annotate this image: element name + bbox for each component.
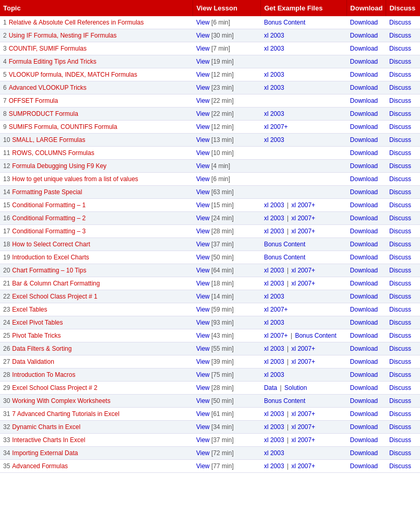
discuss-link[interactable]: Discuss <box>389 397 411 405</box>
topic-link[interactable]: Pivot Table Tricks <box>12 332 61 339</box>
bonus-content-link[interactable]: Bonus Content <box>264 397 305 405</box>
topic-link[interactable]: SUMPRODUCT Formula <box>9 110 78 117</box>
bonus-content-link[interactable]: Bonus Content <box>264 19 305 26</box>
download-link[interactable]: Download <box>350 123 378 130</box>
file-link[interactable]: xl 2007+ <box>291 436 315 444</box>
topic-link[interactable]: Formatting Paste Special <box>12 188 82 196</box>
file-link[interactable]: xl 2007+ <box>291 267 315 274</box>
download-link[interactable]: Download <box>350 436 378 444</box>
discuss-link[interactable]: Discuss <box>389 358 411 365</box>
topic-link[interactable]: SMALL, LARGE Formulas <box>12 136 85 144</box>
view-link[interactable]: View <box>196 71 210 78</box>
file-link[interactable]: xl 2003 <box>264 84 284 91</box>
download-link[interactable]: Download <box>350 84 378 91</box>
file-link[interactable]: Data <box>264 384 277 391</box>
discuss-link[interactable]: Discuss <box>389 228 411 235</box>
view-link[interactable]: View <box>196 241 210 248</box>
topic-link[interactable]: COUNTIF, SUMIF Formulas <box>9 45 87 52</box>
discuss-link[interactable]: Discuss <box>389 32 411 39</box>
file-link[interactable]: xl 2003 <box>264 32 284 39</box>
file-link[interactable]: xl 2003 <box>264 228 284 235</box>
bonus-content-link[interactable]: Bonus Content <box>264 254 305 261</box>
file-link[interactable]: xl 2003 <box>264 267 284 274</box>
discuss-link[interactable]: Discuss <box>389 371 411 378</box>
file-link[interactable]: xl 2007+ <box>264 306 288 313</box>
file-link[interactable]: xl 2007+ <box>291 215 315 222</box>
discuss-link[interactable]: Discuss <box>389 423 411 431</box>
discuss-link[interactable]: Discuss <box>389 110 411 117</box>
topic-link[interactable]: Working With Complex Worksheets <box>12 397 110 405</box>
download-link[interactable]: Download <box>350 241 378 248</box>
topic-link[interactable]: Data Filters & Sorting <box>12 345 71 352</box>
file-link[interactable]: xl 2003 <box>264 280 284 287</box>
view-link[interactable]: View <box>196 280 210 287</box>
view-link[interactable]: View <box>196 397 210 405</box>
file-link[interactable]: xl 2007+ <box>291 358 315 365</box>
file-link[interactable]: xl 2003 <box>264 410 284 418</box>
discuss-link[interactable]: Discuss <box>389 58 411 65</box>
view-link[interactable]: View <box>196 332 210 339</box>
bonus-content-link[interactable]: Bonus Content <box>264 241 305 248</box>
topic-link[interactable]: How to get unique values from a list of … <box>12 175 138 183</box>
file-link[interactable]: xl 2003 <box>264 449 284 457</box>
discuss-link[interactable]: Discuss <box>389 201 411 209</box>
view-link[interactable]: View <box>196 293 210 300</box>
file-link[interactable]: xl 2003 <box>264 345 284 352</box>
file-link[interactable]: xl 2003 <box>264 110 284 117</box>
file-link[interactable]: xl 2007+ <box>264 123 288 130</box>
topic-link[interactable]: Advanced VLOOKUP Tricks <box>9 84 87 91</box>
topic-link[interactable]: Excel School Class Project # 2 <box>12 384 97 391</box>
view-link[interactable]: View <box>196 45 210 52</box>
download-link[interactable]: Download <box>350 162 378 170</box>
download-link[interactable]: Download <box>350 462 378 470</box>
view-link[interactable]: View <box>196 371 210 378</box>
topic-link[interactable]: Introduction To Macros <box>12 371 75 378</box>
topic-link[interactable]: Conditional Formatting – 1 <box>12 201 86 209</box>
file-link[interactable]: xl 2007+ <box>291 462 315 470</box>
view-link[interactable]: View <box>196 436 210 444</box>
discuss-link[interactable]: Discuss <box>389 306 411 313</box>
download-link[interactable]: Download <box>350 254 378 261</box>
topic-link[interactable]: Bar & Column Chart Formatting <box>12 280 100 287</box>
discuss-link[interactable]: Discuss <box>389 97 411 104</box>
download-link[interactable]: Download <box>350 19 378 26</box>
discuss-link[interactable]: Discuss <box>389 280 411 287</box>
topic-link[interactable]: Conditional Formatting – 2 <box>12 215 86 222</box>
file-link[interactable]: xl 2003 <box>264 293 284 300</box>
file-link[interactable]: xl 2007+ <box>291 345 315 352</box>
topic-link[interactable]: Dynamic Charts in Excel <box>12 423 80 431</box>
download-link[interactable]: Download <box>350 371 378 378</box>
topic-link[interactable]: Formula Editing Tips And Tricks <box>9 58 97 65</box>
file-link[interactable]: xl 2003 <box>264 358 284 365</box>
discuss-link[interactable]: Discuss <box>389 449 411 457</box>
view-link[interactable]: View <box>196 110 210 117</box>
download-link[interactable]: Download <box>350 358 378 365</box>
view-link[interactable]: View <box>196 19 210 26</box>
discuss-link[interactable]: Discuss <box>389 136 411 144</box>
file-link[interactable]: xl 2003 <box>264 136 284 144</box>
topic-link[interactable]: Introduction to Excel Charts <box>12 254 89 261</box>
topic-link[interactable]: OFFSET Formula <box>9 97 58 104</box>
view-link[interactable]: View <box>196 136 210 144</box>
discuss-link[interactable]: Discuss <box>389 241 411 248</box>
discuss-link[interactable]: Discuss <box>389 71 411 78</box>
download-link[interactable]: Download <box>350 319 378 326</box>
topic-link[interactable]: Formula Debugging Using F9 Key <box>12 162 106 170</box>
file-link[interactable]: xl 2007+ <box>291 423 315 431</box>
topic-link[interactable]: Excel School Class Project # 1 <box>12 293 97 300</box>
download-link[interactable]: Download <box>350 410 378 418</box>
discuss-link[interactable]: Discuss <box>389 436 411 444</box>
discuss-link[interactable]: Discuss <box>389 175 411 183</box>
bonus-content-link[interactable]: Bonus Content <box>295 332 336 339</box>
file-link[interactable]: xl 2003 <box>264 436 284 444</box>
download-link[interactable]: Download <box>350 110 378 117</box>
view-link[interactable]: View <box>196 358 210 365</box>
view-link[interactable]: View <box>196 123 210 130</box>
discuss-link[interactable]: Discuss <box>389 149 411 157</box>
download-link[interactable]: Download <box>350 228 378 235</box>
download-link[interactable]: Download <box>350 175 378 183</box>
topic-link[interactable]: Conditional Formatting – 3 <box>12 228 86 235</box>
discuss-link[interactable]: Discuss <box>389 19 411 26</box>
file-link[interactable]: xl 2007+ <box>291 201 315 209</box>
view-link[interactable]: View <box>196 97 210 104</box>
